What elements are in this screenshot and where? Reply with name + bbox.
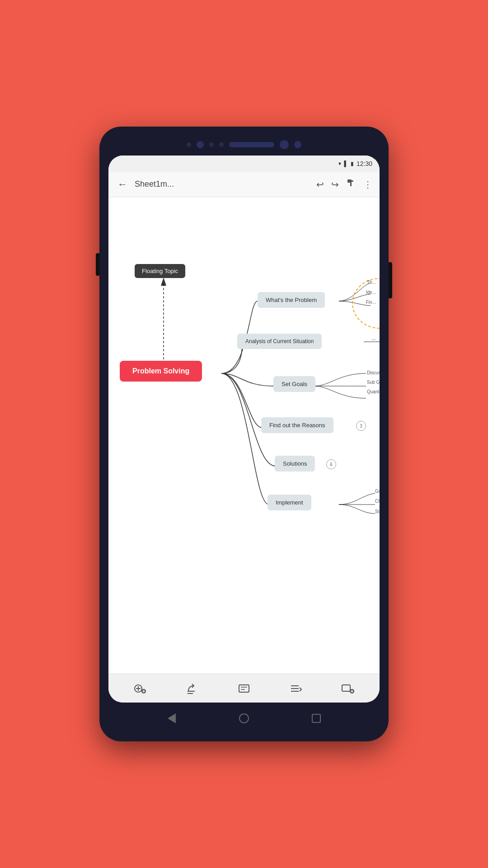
back-nav-button[interactable] — [165, 712, 178, 725]
solutions-node[interactable]: Solutions — [275, 456, 315, 472]
more-button[interactable]: ⋮ — [363, 179, 372, 190]
implement-label: Implement — [276, 499, 303, 506]
sensor-2 — [294, 141, 301, 148]
floating-topic-node[interactable]: Floating Topic — [135, 264, 185, 278]
power-button — [389, 262, 392, 298]
status-icons: ▾ ▌ ▮ 12:30 — [338, 160, 372, 167]
svg-rect-15 — [239, 685, 249, 692]
whats-problem-node[interactable]: What's the Problem — [258, 292, 325, 308]
volume-button — [96, 253, 99, 276]
signal-icon: ▌ — [344, 160, 348, 167]
top-right-label-3: Fin... — [366, 300, 376, 305]
notch-dot-1 — [187, 142, 191, 147]
set-goals-sub-2: Sub Goals — [367, 380, 380, 385]
back-triangle-icon — [168, 713, 176, 723]
solutions-label: Solutions — [283, 460, 307, 467]
add-topic-button[interactable] — [129, 677, 151, 700]
wifi-icon: ▾ — [338, 160, 341, 167]
status-bar: ▾ ▌ ▮ 12:30 — [108, 156, 380, 172]
status-time: 12:30 — [357, 160, 372, 167]
implement-sub-3: Stop useless s... — [375, 509, 380, 514]
notch-dot-3 — [219, 142, 224, 147]
connect-button[interactable] — [181, 677, 203, 700]
top-right-label-2: Ide... — [366, 290, 376, 295]
format-button[interactable] — [346, 178, 356, 191]
solutions-badge: 6 — [326, 459, 336, 469]
implement-sub-1: Go with plans — [375, 489, 380, 494]
set-goals-node[interactable]: Set Goals — [273, 376, 315, 392]
analysis-label: Analysis of Current Situation — [245, 338, 314, 344]
top-right-label-1: Th... — [367, 280, 376, 285]
outline-button[interactable] — [285, 677, 307, 700]
back-button[interactable]: ← — [116, 177, 129, 192]
home-nav-button[interactable] — [237, 712, 251, 725]
svg-marker-4 — [161, 278, 166, 286]
system-navigation — [108, 703, 380, 734]
svg-rect-0 — [347, 179, 352, 183]
central-node[interactable]: Problem Solving — [120, 361, 202, 382]
svg-rect-1 — [351, 180, 353, 182]
set-goals-label: Set Goals — [282, 381, 307, 387]
toolbar-actions: ↩ ↪ ⋮ — [316, 178, 372, 191]
battery-icon: ▮ — [351, 160, 354, 167]
implement-node[interactable]: Implement — [267, 495, 311, 510]
svg-rect-21 — [342, 685, 350, 691]
insert-button[interactable] — [233, 677, 255, 700]
speaker — [229, 142, 274, 147]
set-goals-sub-1: Discuss — [367, 370, 380, 375]
implement-sub-2: Check effect of — [375, 499, 380, 504]
home-circle-icon — [239, 713, 249, 723]
app-toolbar: ← Sheet1m... ↩ ↪ ⋮ — [108, 172, 380, 197]
analysis-right: — — [371, 337, 376, 342]
redo-button[interactable]: ↪ — [331, 179, 339, 190]
recent-square-icon — [312, 714, 321, 723]
recent-nav-button[interactable] — [310, 712, 323, 725]
phone-screen: ▾ ▌ ▮ 12:30 ← Sheet1m... ↩ ↪ — [108, 156, 380, 703]
notch-dot-2 — [209, 142, 214, 147]
set-goals-sub-3: Quantifiable targ... — [367, 389, 380, 394]
analysis-node[interactable]: Analysis of Current Situation — [237, 334, 322, 349]
whats-problem-label: What's the Problem — [266, 297, 317, 303]
mindmap-canvas[interactable]: Floating Topic Problem Solving What's th… — [108, 197, 380, 674]
phone-notch — [108, 136, 380, 154]
add-item-button[interactable] — [337, 677, 359, 700]
phone-device: ▾ ▌ ▮ 12:30 ← Sheet1m... ↩ ↪ — [99, 127, 389, 741]
undo-button[interactable]: ↩ — [316, 179, 324, 190]
bottom-navigation — [108, 674, 380, 703]
find-reasons-node[interactable]: Find out the Reasons — [261, 417, 333, 433]
svg-rect-2 — [350, 182, 352, 186]
front-camera — [197, 141, 204, 148]
sensor-1 — [280, 140, 289, 149]
document-title: Sheet1m... — [135, 179, 311, 189]
find-reasons-badge: 3 — [356, 421, 366, 431]
find-reasons-label: Find out the Reasons — [269, 422, 325, 429]
